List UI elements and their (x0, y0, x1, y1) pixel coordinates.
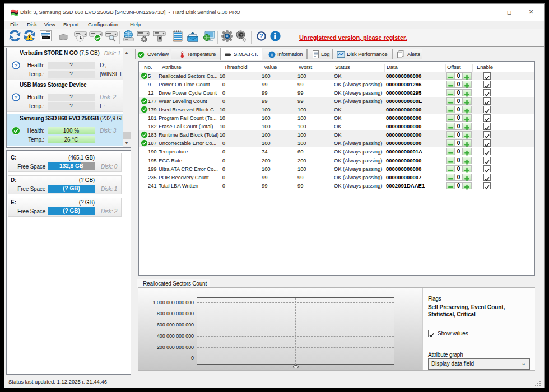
svg-text:?: ? (259, 33, 263, 39)
